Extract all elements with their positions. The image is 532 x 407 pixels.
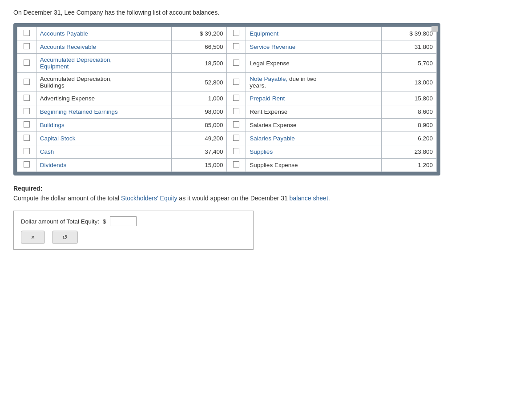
- dollar-sign: $: [103, 218, 106, 225]
- compute-text: Compute the dollar amount of the total S…: [13, 195, 519, 202]
- action-buttons: × ↺: [21, 231, 246, 244]
- account-name-right-0: Equipment: [246, 27, 381, 40]
- checkbox-left-5[interactable]: [17, 105, 36, 119]
- amount-right-0: $ 39,800: [381, 27, 436, 40]
- checkbox-left-7[interactable]: [17, 132, 36, 145]
- checkbox-left-0[interactable]: [17, 27, 36, 40]
- checkbox-right-3[interactable]: [227, 73, 246, 92]
- account-name-left-3: Accumulated Depreciation,Buildings: [36, 73, 171, 92]
- amount-right-3: 13,000: [381, 73, 436, 92]
- account-name-left-7: Capital Stock: [36, 132, 171, 145]
- checkbox-right-9[interactable]: [227, 159, 246, 172]
- compute-highlight2: balance sheet: [290, 195, 328, 202]
- amount-left-9: 15,000: [172, 159, 227, 172]
- account-name-left-5: Beginning Retained Earnings: [36, 105, 171, 119]
- amount-left-0: $ 39,200: [172, 27, 227, 40]
- required-label: Required:: [13, 185, 519, 192]
- account-name-left-8: Cash: [36, 145, 171, 159]
- compute-middle: as it would appear on the December 31: [177, 195, 289, 202]
- checkbox-right-0[interactable]: [227, 27, 246, 40]
- amount-right-8: 23,800: [381, 145, 436, 159]
- answer-area: Dollar amount of Total Equity: $ × ↺: [13, 211, 254, 250]
- amount-right-7: 6,200: [381, 132, 436, 145]
- checkbox-right-6[interactable]: [227, 119, 246, 132]
- amount-right-2: 5,700: [381, 54, 436, 73]
- checkbox-left-6[interactable]: [17, 119, 36, 132]
- account-name-right-1: Service Revenue: [246, 40, 381, 54]
- compute-highlight1: Stockholders' Equity: [121, 195, 177, 202]
- account-name-left-4: Advertising Expense: [36, 92, 171, 105]
- checkbox-right-4[interactable]: [227, 92, 246, 105]
- amount-left-2: 18,500: [172, 54, 227, 73]
- amount-left-6: 85,000: [172, 119, 227, 132]
- account-name-left-1: Accounts Receivable: [36, 40, 171, 54]
- account-name-right-6: Salaries Expense: [246, 119, 381, 132]
- account-name-right-9: Supplies Expense: [246, 159, 381, 172]
- account-name-right-3: Note Payable, due in twoyears.: [246, 73, 381, 92]
- amount-right-6: 8,900: [381, 119, 436, 132]
- reset-button[interactable]: ↺: [52, 231, 78, 244]
- intro-text: On December 31, Lee Company has the foll…: [13, 9, 519, 16]
- account-name-left-6: Buildings: [36, 119, 171, 132]
- amount-left-8: 37,400: [172, 145, 227, 159]
- amount-right-5: 8,600: [381, 105, 436, 119]
- amount-left-7: 49,200: [172, 132, 227, 145]
- checkbox-right-7[interactable]: [227, 132, 246, 145]
- checkbox-right-1[interactable]: [227, 40, 246, 54]
- compute-after: .: [328, 195, 330, 202]
- account-name-right-2: Legal Expense: [246, 54, 381, 73]
- checkbox-right-8[interactable]: [227, 145, 246, 159]
- checkbox-right-2[interactable]: [227, 54, 246, 73]
- total-equity-input[interactable]: [110, 216, 137, 226]
- checkbox-left-1[interactable]: [17, 40, 36, 54]
- answer-label: Dollar amount of Total Equity:: [21, 218, 99, 225]
- amount-right-1: 31,800: [381, 40, 436, 54]
- corner-indicator: [431, 26, 438, 32]
- checkbox-left-3[interactable]: [17, 73, 36, 92]
- account-name-right-7: Salaries Payable: [246, 132, 381, 145]
- checkbox-right-5[interactable]: [227, 105, 246, 119]
- accounts-table: Accounts Payable$ 39,200Equipment$ 39,80…: [17, 27, 437, 172]
- amount-left-5: 98,000: [172, 105, 227, 119]
- account-name-left-9: Dividends: [36, 159, 171, 172]
- amount-left-4: 1,000: [172, 92, 227, 105]
- account-name-left-2: Accumulated Depreciation,Equipment: [36, 54, 171, 73]
- account-name-right-8: Supplies: [246, 145, 381, 159]
- checkbox-left-8[interactable]: [17, 145, 36, 159]
- compute-before: Compute the dollar amount of the total: [13, 195, 121, 202]
- amount-left-1: 66,500: [172, 40, 227, 54]
- amount-left-3: 52,800: [172, 73, 227, 92]
- account-name-right-5: Rent Expense: [246, 105, 381, 119]
- accounts-table-container: Accounts Payable$ 39,200Equipment$ 39,80…: [13, 23, 440, 176]
- account-name-left-0: Accounts Payable: [36, 27, 171, 40]
- amount-right-9: 1,200: [381, 159, 436, 172]
- checkbox-left-4[interactable]: [17, 92, 36, 105]
- account-name-right-4: Prepaid Rent: [246, 92, 381, 105]
- amount-right-4: 15,800: [381, 92, 436, 105]
- clear-button[interactable]: ×: [21, 231, 45, 244]
- answer-row: Dollar amount of Total Equity: $: [21, 216, 246, 226]
- checkbox-left-2[interactable]: [17, 54, 36, 73]
- checkbox-left-9[interactable]: [17, 159, 36, 172]
